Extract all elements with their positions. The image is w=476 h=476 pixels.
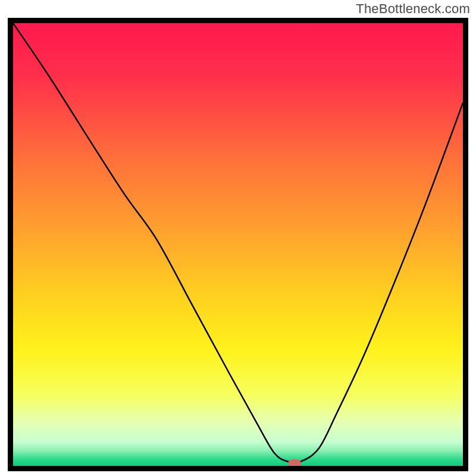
curve-path [13,23,463,463]
minimum-marker [288,459,301,466]
bottleneck-curve [13,23,463,466]
chart-stage: TheBottleneck.com [0,0,476,476]
watermark-text: TheBottleneck.com [356,1,470,17]
plot-area [13,23,463,466]
